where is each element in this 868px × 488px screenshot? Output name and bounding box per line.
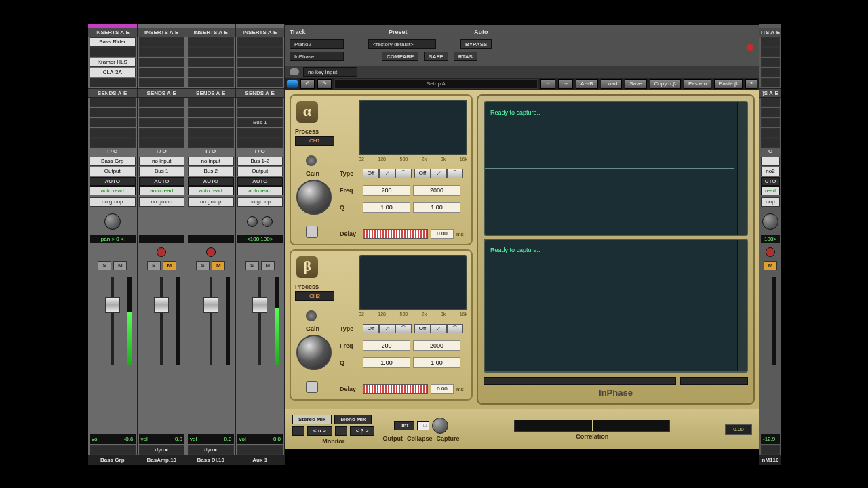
auto-mode[interactable]: auto read bbox=[90, 186, 136, 195]
ab-button[interactable]: A→B bbox=[576, 79, 598, 89]
send-slot[interactable] bbox=[139, 108, 185, 117]
load-button[interactable]: Load bbox=[601, 79, 623, 89]
insert-slot[interactable] bbox=[188, 78, 234, 87]
insert-slot[interactable] bbox=[139, 68, 185, 77]
output-routing[interactable] bbox=[761, 445, 780, 455]
group-field[interactable]: no group bbox=[188, 197, 234, 207]
insert-slot[interactable] bbox=[761, 68, 780, 77]
safe-button[interactable]: SAFE bbox=[424, 52, 448, 61]
insert-slot[interactable] bbox=[90, 78, 136, 87]
power-button[interactable] bbox=[306, 226, 318, 238]
send-slot[interactable] bbox=[90, 138, 136, 148]
insert-slot[interactable]: CLA-3A bbox=[90, 68, 136, 77]
auto-button[interactable]: AUTO bbox=[139, 177, 185, 186]
input-field[interactable]: no input bbox=[139, 157, 185, 166]
send-slot[interactable] bbox=[237, 108, 283, 117]
send-slot[interactable] bbox=[139, 98, 185, 107]
next-button[interactable]: → bbox=[558, 79, 573, 89]
phase-invert-button[interactable] bbox=[306, 155, 317, 166]
help-button[interactable]: ? bbox=[745, 79, 757, 89]
key-icon[interactable] bbox=[290, 68, 299, 75]
send-slot[interactable] bbox=[90, 128, 136, 138]
output-field[interactable]: Output bbox=[237, 167, 283, 176]
mute-button[interactable]: M bbox=[212, 261, 225, 270]
monitor-beta-button[interactable]: < β > bbox=[350, 426, 375, 436]
rtas-button[interactable]: RTAS bbox=[454, 52, 477, 61]
alpha-waveform-scope[interactable]: Ready to capture.. bbox=[484, 101, 748, 236]
key-input-selector[interactable]: no key input bbox=[303, 67, 357, 77]
fader-cap[interactable] bbox=[203, 297, 218, 313]
auto-mode[interactable]: auto read bbox=[188, 186, 234, 195]
freq2-input[interactable]: 2000 bbox=[413, 340, 460, 351]
filter2-shelf-icon[interactable]: ⟋ bbox=[431, 169, 447, 178]
channel-selector[interactable]: CH2 bbox=[295, 291, 334, 301]
filter2-shelf-icon[interactable]: ⟋ bbox=[431, 324, 447, 333]
insert-slot[interactable] bbox=[139, 78, 185, 87]
monitor-mid-button[interactable] bbox=[335, 426, 347, 436]
copy-button[interactable]: Copy α,β bbox=[650, 79, 681, 89]
input-field[interactable]: Bass Grp bbox=[90, 157, 136, 166]
inf-button[interactable]: -Inf bbox=[394, 421, 414, 430]
scope-h-scroll-2[interactable] bbox=[680, 377, 748, 385]
q1-input[interactable]: 1.00 bbox=[363, 357, 410, 368]
send-slot[interactable] bbox=[761, 118, 780, 127]
plugin-selector[interactable]: InPhase bbox=[290, 52, 344, 61]
gain-knob[interactable] bbox=[296, 335, 332, 370]
scope-scrollbar[interactable] bbox=[737, 102, 747, 235]
fader-track[interactable] bbox=[258, 277, 261, 365]
delay-slider[interactable] bbox=[363, 229, 428, 239]
beta-spectrum[interactable] bbox=[359, 255, 467, 310]
monitor-prev-button[interactable] bbox=[292, 426, 304, 436]
freq1-input[interactable]: 200 bbox=[363, 340, 410, 351]
delay-slider[interactable] bbox=[363, 384, 428, 394]
monitor-alpha-button[interactable]: < α > bbox=[307, 426, 332, 436]
auto-button[interactable]: AUTO bbox=[188, 177, 234, 186]
filter-shelf-icon[interactable]: ⟋ bbox=[379, 324, 395, 333]
output-field[interactable]: Output bbox=[90, 167, 136, 176]
group-field[interactable]: no group bbox=[237, 197, 283, 207]
paste-alpha-button[interactable]: Paste α bbox=[684, 79, 711, 89]
solo-button[interactable]: S bbox=[245, 261, 259, 270]
insert-slot[interactable] bbox=[761, 37, 780, 47]
send-slot[interactable] bbox=[237, 138, 283, 148]
insert-slot[interactable] bbox=[188, 37, 234, 47]
scope-h-scroll-1[interactable] bbox=[484, 377, 676, 385]
auto-mode[interactable]: auto read bbox=[237, 186, 283, 195]
phase-invert-button[interactable] bbox=[306, 310, 317, 321]
auto-button[interactable]: AUTO bbox=[90, 177, 136, 186]
pan-knob[interactable] bbox=[762, 214, 778, 230]
undo-button[interactable]: ↶ bbox=[300, 79, 315, 89]
filter-bell-icon[interactable]: ⌒ bbox=[395, 324, 412, 333]
dyn-slot[interactable]: dyn ▸ bbox=[188, 445, 234, 455]
group-field[interactable]: no group bbox=[139, 197, 185, 207]
track-name[interactable]: nM110 bbox=[760, 455, 781, 465]
insert-slot[interactable] bbox=[139, 47, 185, 57]
filter-off-button[interactable]: Off bbox=[363, 324, 379, 333]
track-name[interactable]: BasAmp.10 bbox=[138, 455, 186, 465]
output-field[interactable]: no2 bbox=[761, 167, 780, 176]
send-slot[interactable] bbox=[188, 98, 234, 107]
scope-scrollbar[interactable] bbox=[737, 240, 747, 372]
insert-slot[interactable] bbox=[237, 78, 283, 87]
capture-label[interactable]: Capture bbox=[436, 435, 459, 442]
paste-beta-button[interactable]: Paste β bbox=[714, 79, 742, 89]
stereo-mix-button[interactable]: Stereo Mix bbox=[292, 415, 332, 424]
preset-selector[interactable]: <factory default> bbox=[368, 39, 436, 49]
send-slot[interactable] bbox=[188, 138, 234, 148]
record-button[interactable] bbox=[157, 247, 166, 257]
group-field[interactable]: oup bbox=[761, 197, 780, 207]
waves-logo-icon[interactable] bbox=[287, 80, 298, 88]
filter2-bell-icon[interactable]: ⌒ bbox=[447, 169, 463, 178]
output-routing[interactable] bbox=[237, 445, 283, 455]
freq1-input[interactable]: 200 bbox=[363, 185, 410, 196]
send-slot[interactable] bbox=[90, 118, 136, 127]
fader-track[interactable] bbox=[160, 277, 163, 365]
send-slot[interactable] bbox=[237, 98, 283, 107]
close-button[interactable] bbox=[747, 44, 753, 51]
input-field[interactable] bbox=[761, 157, 780, 166]
insert-slot[interactable] bbox=[90, 47, 136, 57]
output-knob[interactable] bbox=[432, 418, 448, 434]
insert-slot[interactable]: Kramer HLS bbox=[90, 58, 136, 67]
beta-waveform-scope[interactable]: Ready to capture.. bbox=[484, 239, 748, 373]
auto-mode[interactable]: read bbox=[761, 186, 780, 195]
